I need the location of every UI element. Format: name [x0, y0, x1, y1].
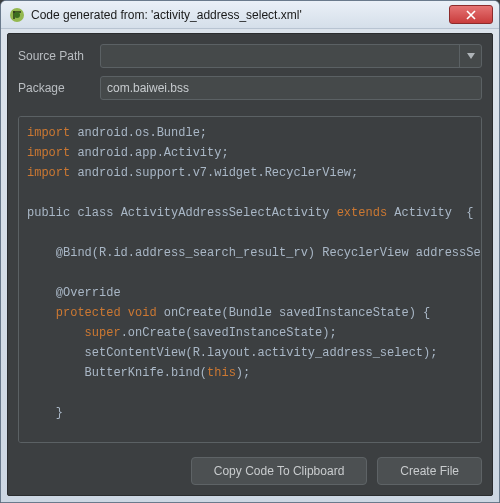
package-label: Package — [18, 81, 100, 95]
chevron-down-icon[interactable] — [459, 45, 481, 67]
copy-code-button[interactable]: Copy Code To Clipboard — [191, 457, 368, 485]
source-path-row: Source Path — [18, 44, 482, 68]
package-value: com.baiwei.bss — [107, 81, 189, 95]
form-area: Source Path Package com.baiwei.bss — [8, 34, 492, 116]
package-input[interactable]: com.baiwei.bss — [100, 76, 482, 100]
app-icon — [9, 7, 25, 23]
close-button[interactable] — [449, 5, 493, 24]
code-content: import android.os.Bundle; import android… — [27, 123, 473, 443]
titlebar: Code generated from: 'activity_address_s… — [1, 1, 499, 29]
source-path-combo[interactable] — [100, 44, 482, 68]
dialog-body: Source Path Package com.baiwei.bss impor… — [7, 33, 493, 496]
package-row: Package com.baiwei.bss — [18, 76, 482, 100]
dialog-window: Code generated from: 'activity_address_s… — [0, 0, 500, 503]
svg-point-1 — [14, 12, 20, 18]
source-path-label: Source Path — [18, 49, 100, 63]
create-file-button[interactable]: Create File — [377, 457, 482, 485]
window-title: Code generated from: 'activity_address_s… — [31, 8, 449, 22]
button-bar: Copy Code To Clipboard Create File — [8, 451, 492, 495]
code-textarea[interactable]: import android.os.Bundle; import android… — [18, 116, 482, 443]
